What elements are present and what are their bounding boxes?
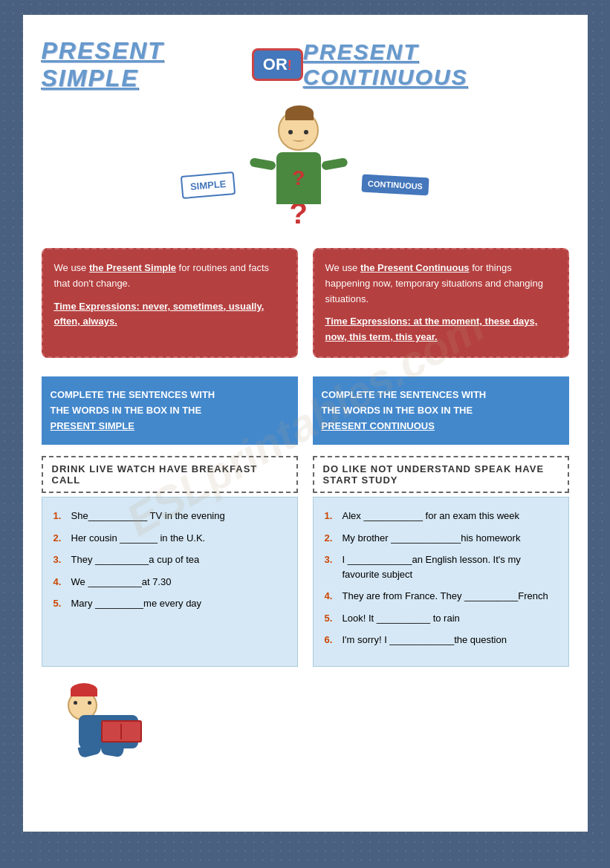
ex-simple-line1: COMPLETE THE SENTENCES WITH: [51, 388, 289, 403]
reader-eye-left: [74, 701, 77, 705]
ex-cont-line1: COMPLETE THE SENTENCES WITH: [322, 388, 560, 403]
figure: SIMPLE ? ?: [181, 107, 428, 233]
character: ? ?: [250, 110, 347, 230]
header: PRESENT SIMPLE OR PRESENT CONTINUOUS: [42, 37, 569, 92]
illustration-area: SIMPLE ? ?: [42, 107, 569, 233]
arm-left: [249, 157, 276, 171]
sentence-num: 3.: [325, 552, 337, 567]
word-box-continuous: DO LIKE NOT UNDERSTAND SPEAK HAVE START …: [313, 456, 569, 493]
sentence-num: 4.: [325, 589, 337, 604]
list-item: 1.Alex ___________ for an exam this week: [325, 509, 557, 523]
sentence-text: They __________a cup of tea: [71, 552, 200, 567]
exercise-headers-row: COMPLETE THE SENTENCES WITH THE WORDS IN…: [42, 376, 569, 445]
sentence-text: She___________ TV in the evening: [71, 509, 225, 523]
sentence-text: Look! It __________ to rain: [343, 611, 460, 626]
reader-figure: [64, 682, 175, 748]
character-mouth: [293, 137, 305, 142]
sentences-box-simple: 1.She___________ TV in the evening2.Her …: [42, 497, 298, 667]
ex-simple-line3: PRESENT SIMPLE: [51, 419, 289, 434]
title-present-simple: PRESENT SIMPLE: [42, 37, 252, 92]
sentence-num: 4.: [53, 575, 65, 590]
or-badge: OR: [252, 48, 303, 81]
info-boxes-row: We use the Present Simple for routines a…: [42, 248, 569, 358]
ex-cont-line2: THE WORDS IN THE BOX IN THE: [322, 403, 560, 419]
bottom-illustration: [42, 682, 569, 748]
info-simple-text1: We use: [54, 262, 89, 273]
sentence-text: My brother _____________his homework: [343, 531, 521, 546]
sentence-num: 6.: [325, 633, 337, 647]
exercise-header-continuous: COMPLETE THE SENTENCES WITH THE WORDS IN…: [313, 376, 569, 445]
sign-simple: SIMPLE: [181, 171, 236, 198]
sentence-num: 2.: [325, 531, 337, 546]
sentence-num: 5.: [53, 596, 65, 611]
list-item: 3.They __________a cup of tea: [53, 552, 286, 567]
sign-continuous: CONTINUOUS: [361, 174, 429, 196]
character-head: [278, 110, 319, 151]
sentence-text: I'm sorry! I ____________the question: [343, 633, 507, 647]
sentence-text: They are from France. They __________Fre…: [343, 589, 548, 604]
info-simple-highlight: the Present Simple: [89, 262, 176, 273]
character-eye-right: [304, 130, 308, 134]
time-expr-label-cont: Time Expressions: [325, 316, 408, 327]
word-boxes-row: DRINK LIVE WATCH HAVE BREAKFAST CALL DO …: [42, 456, 569, 493]
list-item: 4.We __________at 7.30: [53, 575, 286, 590]
arm-right: [321, 157, 348, 171]
list-item: 4.They are from France. They __________F…: [325, 589, 557, 604]
list-item: 5.Mary _________me every day: [53, 596, 286, 611]
worksheet-page: ESLprintables.com PRESENT SIMPLE OR PRES…: [23, 15, 588, 832]
character-body: ?: [276, 152, 321, 204]
info-box-continuous: We use the Present Continuous for things…: [313, 248, 569, 358]
list-item: 2.My brother _____________his homework: [325, 531, 557, 546]
sentence-num: 5.: [325, 611, 337, 626]
reader-eye-right: [88, 701, 91, 705]
sentences-row: 1.She___________ TV in the evening2.Her …: [42, 497, 569, 667]
ex-cont-line3: PRESENT CONTINUOUS: [322, 419, 560, 434]
sentence-num: 1.: [325, 509, 337, 523]
book-spine: [120, 723, 122, 739]
list-item: 2.Her cousin _______ in the U.K.: [53, 531, 286, 546]
sentence-text: Mary _________me every day: [71, 596, 202, 611]
character-arms: [250, 156, 347, 165]
info-box-simple: We use the Present Simple for routines a…: [42, 248, 298, 358]
info-cont-highlight: the Present Continuous: [360, 262, 470, 273]
reader-hat: [71, 683, 97, 696]
sentence-text: Her cousin _______ in the U.K.: [71, 531, 206, 546]
ex-simple-line2: THE WORDS IN THE BOX IN THE: [51, 403, 289, 419]
character-hair: [285, 105, 314, 120]
sentences-box-continuous: 1.Alex ___________ for an exam this week…: [313, 497, 569, 667]
info-cont-text1: We use: [325, 262, 360, 273]
sentence-text: I ____________an English lesson. It's my…: [343, 552, 557, 581]
info-simple-time-label: Time Expressions: never, sometimes, usua…: [54, 299, 285, 330]
exclamation-icon: ?: [292, 166, 305, 190]
info-cont-time-label: Time Expressions: at the moment, these d…: [325, 314, 557, 345]
list-item: 3.I ____________an English lesson. It's …: [325, 552, 557, 581]
sentence-num: 3.: [53, 552, 65, 567]
title-present-continuous: PRESENT CONTINUOUS: [303, 39, 569, 90]
sentence-num: 1.: [53, 509, 65, 523]
exercise-header-simple: COMPLETE THE SENTENCES WITH THE WORDS IN…: [42, 376, 298, 445]
list-item: 6.I'm sorry! I ____________the question: [325, 633, 557, 647]
sentence-text: We __________at 7.30: [71, 575, 172, 590]
sentence-num: 2.: [53, 531, 65, 546]
reader-book: [101, 720, 142, 743]
list-item: 5.Look! It __________ to rain: [325, 611, 557, 626]
list-item: 1.She___________ TV in the evening: [53, 509, 286, 523]
character-eye-left: [288, 130, 293, 134]
sentence-text: Alex ___________ for an exam this week: [343, 509, 520, 523]
time-expr-label-simple: Time Expressions: [54, 301, 137, 312]
word-box-simple: DRINK LIVE WATCH HAVE BREAKFAST CALL: [42, 456, 298, 493]
